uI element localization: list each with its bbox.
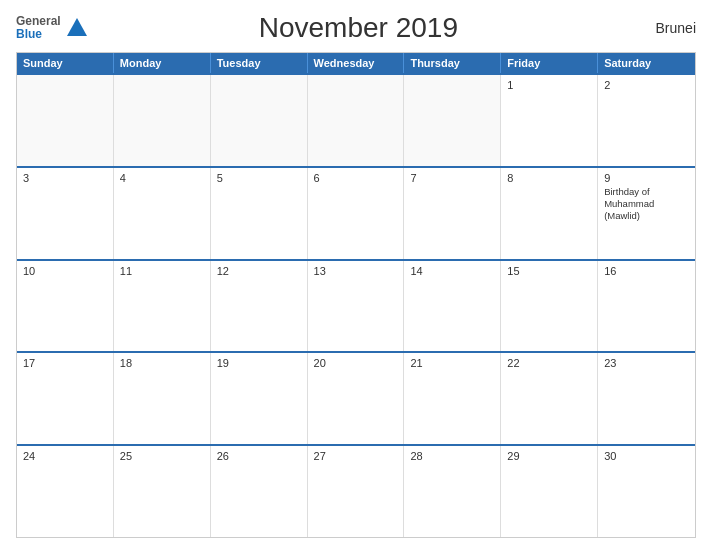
cell-nov-12: 12 (211, 261, 308, 352)
day-number: 15 (507, 265, 591, 277)
cell-nov-2: 2 (598, 75, 695, 166)
page-title: November 2019 (91, 12, 626, 44)
logo-blue-text: Blue (16, 28, 61, 41)
cell-nov-22: 22 (501, 353, 598, 444)
day-number: 7 (410, 172, 494, 184)
day-number: 23 (604, 357, 689, 369)
col-sunday: Sunday (17, 53, 114, 73)
logo: General Blue (16, 14, 91, 42)
col-friday: Friday (501, 53, 598, 73)
day-number: 5 (217, 172, 301, 184)
cell-empty (211, 75, 308, 166)
cell-empty (114, 75, 211, 166)
cell-nov-8: 8 (501, 168, 598, 259)
cell-nov-3: 3 (17, 168, 114, 259)
page-header: General Blue November 2019 Brunei (16, 12, 696, 44)
cell-empty (308, 75, 405, 166)
day-number: 11 (120, 265, 204, 277)
day-number: 1 (507, 79, 591, 91)
svg-marker-0 (67, 18, 87, 36)
cell-nov-11: 11 (114, 261, 211, 352)
cell-nov-26: 26 (211, 446, 308, 537)
day-number: 22 (507, 357, 591, 369)
cell-empty (17, 75, 114, 166)
week-row-5: 24 25 26 27 28 29 30 (17, 444, 695, 537)
cell-nov-7: 7 (404, 168, 501, 259)
col-thursday: Thursday (404, 53, 501, 73)
day-number: 30 (604, 450, 689, 462)
calendar-page: General Blue November 2019 Brunei Sunday… (0, 0, 712, 550)
day-number: 20 (314, 357, 398, 369)
cell-nov-17: 17 (17, 353, 114, 444)
week-row-2: 3 4 5 6 7 8 9 Birthday (17, 166, 695, 259)
col-wednesday: Wednesday (308, 53, 405, 73)
cell-nov-29: 29 (501, 446, 598, 537)
cell-nov-20: 20 (308, 353, 405, 444)
cell-nov-23: 23 (598, 353, 695, 444)
cell-nov-10: 10 (17, 261, 114, 352)
cell-nov-21: 21 (404, 353, 501, 444)
day-number: 17 (23, 357, 107, 369)
day-number: 26 (217, 450, 301, 462)
cell-nov-1: 1 (501, 75, 598, 166)
week-row-1: 1 2 (17, 73, 695, 166)
day-number: 18 (120, 357, 204, 369)
day-number: 4 (120, 172, 204, 184)
day-number: 21 (410, 357, 494, 369)
cell-nov-18: 18 (114, 353, 211, 444)
calendar-body: 1 2 3 4 5 6 (17, 73, 695, 537)
calendar-header: Sunday Monday Tuesday Wednesday Thursday… (17, 53, 695, 73)
day-number: 14 (410, 265, 494, 277)
cell-nov-27: 27 (308, 446, 405, 537)
cell-nov-4: 4 (114, 168, 211, 259)
country-label: Brunei (626, 20, 696, 36)
day-number: 16 (604, 265, 689, 277)
day-number: 12 (217, 265, 301, 277)
day-number: 19 (217, 357, 301, 369)
col-monday: Monday (114, 53, 211, 73)
cell-nov-15: 15 (501, 261, 598, 352)
cell-nov-28: 28 (404, 446, 501, 537)
cell-nov-5: 5 (211, 168, 308, 259)
day-number: 6 (314, 172, 398, 184)
day-number: 10 (23, 265, 107, 277)
day-number: 13 (314, 265, 398, 277)
cell-nov-25: 25 (114, 446, 211, 537)
day-number: 2 (604, 79, 689, 91)
cell-nov-24: 24 (17, 446, 114, 537)
day-number: 8 (507, 172, 591, 184)
day-number: 28 (410, 450, 494, 462)
cell-nov-6: 6 (308, 168, 405, 259)
event-birthday-muhammad: Birthday of Muhammad (Mawlid) (604, 186, 689, 223)
cell-nov-14: 14 (404, 261, 501, 352)
cell-nov-30: 30 (598, 446, 695, 537)
cell-nov-16: 16 (598, 261, 695, 352)
calendar: Sunday Monday Tuesday Wednesday Thursday… (16, 52, 696, 538)
col-tuesday: Tuesday (211, 53, 308, 73)
day-number: 24 (23, 450, 107, 462)
week-row-3: 10 11 12 13 14 15 16 (17, 259, 695, 352)
day-number: 27 (314, 450, 398, 462)
week-row-4: 17 18 19 20 21 22 23 (17, 351, 695, 444)
logo-icon (63, 14, 91, 42)
cell-empty (404, 75, 501, 166)
cell-nov-9: 9 Birthday of Muhammad (Mawlid) (598, 168, 695, 259)
day-number: 25 (120, 450, 204, 462)
day-number: 29 (507, 450, 591, 462)
cell-nov-13: 13 (308, 261, 405, 352)
col-saturday: Saturday (598, 53, 695, 73)
day-number: 9 (604, 172, 689, 184)
day-number: 3 (23, 172, 107, 184)
cell-nov-19: 19 (211, 353, 308, 444)
